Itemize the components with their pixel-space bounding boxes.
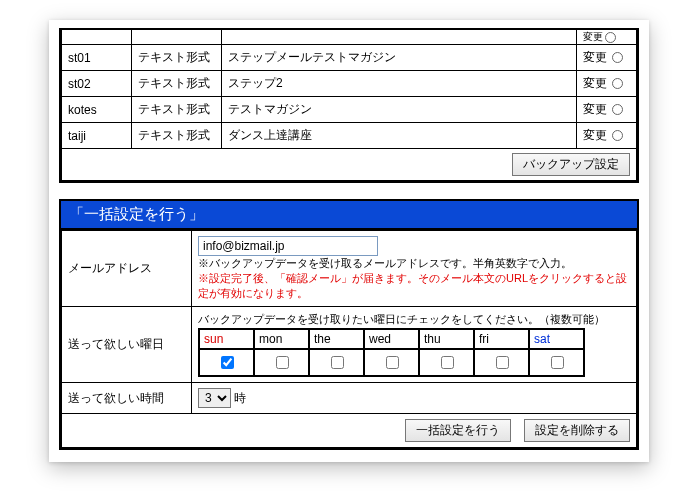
bulk-form: メールアドレス ※バックアップデータを受け取るメールアドレスです。半角英数字で入… — [61, 230, 637, 448]
table-row: 変更 — [62, 30, 637, 45]
time-unit: 時 — [234, 391, 246, 405]
cell-name: テストマガジン — [222, 97, 577, 123]
email-input[interactable] — [198, 236, 378, 256]
day-check-mon[interactable] — [276, 356, 289, 369]
radio-icon[interactable] — [605, 32, 616, 43]
time-select[interactable]: 3 — [198, 388, 231, 408]
days-table: sun mon the wed thu fri sat — [198, 328, 585, 377]
day-header-the: the — [309, 329, 364, 349]
cell-id: kotes — [62, 97, 132, 123]
time-label: 送って欲しい時間 — [62, 383, 192, 414]
day-check-thu[interactable] — [441, 356, 454, 369]
cell-name: ステップ2 — [222, 71, 577, 97]
change-label: 変更 — [583, 76, 607, 90]
table-footer: バックアップ設定 — [62, 149, 637, 181]
bulk-title: 「一括設定を行う」 — [61, 201, 637, 230]
radio-icon[interactable] — [612, 104, 623, 115]
day-check-fri[interactable] — [496, 356, 509, 369]
days-note: バックアップデータを受け取りたい曜日にチェックをしてください。（複数可能） — [198, 312, 630, 327]
main-panel: 変更 st01 テキスト形式 ステップメールテストマガジン 変更 st02 テキ… — [49, 20, 649, 462]
radio-icon[interactable] — [612, 130, 623, 141]
bulk-actions: 一括設定を行う 設定を削除する — [62, 414, 637, 448]
email-label: メールアドレス — [62, 231, 192, 307]
radio-icon[interactable] — [612, 52, 623, 63]
magazine-table-frame: 変更 st01 テキスト形式 ステップメールテストマガジン 変更 st02 テキ… — [59, 28, 639, 183]
cell-format: テキスト形式 — [132, 45, 222, 71]
day-header-mon: mon — [254, 329, 309, 349]
cell-id: taiji — [62, 123, 132, 149]
day-check-the[interactable] — [331, 356, 344, 369]
table-row: st01 テキスト形式 ステップメールテストマガジン 変更 — [62, 45, 637, 71]
cell-id: st01 — [62, 45, 132, 71]
backup-settings-button[interactable]: バックアップ設定 — [512, 153, 630, 176]
cell-format: テキスト形式 — [132, 97, 222, 123]
change-label: 変更 — [583, 31, 603, 42]
change-label: 変更 — [583, 50, 607, 64]
cell-id: st02 — [62, 71, 132, 97]
day-check-sun[interactable] — [221, 356, 234, 369]
day-header-thu: thu — [419, 329, 474, 349]
day-header-fri: fri — [474, 329, 529, 349]
bulk-delete-button[interactable]: 設定を削除する — [524, 419, 630, 442]
email-note-2: ※設定完了後、「確認メール」が届きます。そのメール本文のURLをクリックすると設… — [198, 271, 630, 301]
table-row: st02 テキスト形式 ステップ2 変更 — [62, 71, 637, 97]
radio-icon[interactable] — [612, 78, 623, 89]
change-label: 変更 — [583, 128, 607, 142]
cell-name: ステップメールテストマガジン — [222, 45, 577, 71]
bulk-submit-button[interactable]: 一括設定を行う — [405, 419, 511, 442]
magazine-table: 変更 st01 テキスト形式 ステップメールテストマガジン 変更 st02 テキ… — [61, 30, 637, 181]
day-check-sat[interactable] — [551, 356, 564, 369]
cell-name: ダンス上達講座 — [222, 123, 577, 149]
table-row: kotes テキスト形式 テストマガジン 変更 — [62, 97, 637, 123]
cell-format: テキスト形式 — [132, 71, 222, 97]
change-label: 変更 — [583, 102, 607, 116]
table-row: taiji テキスト形式 ダンス上達講座 変更 — [62, 123, 637, 149]
day-check-wed[interactable] — [386, 356, 399, 369]
day-header-sun: sun — [199, 329, 254, 349]
day-header-wed: wed — [364, 329, 419, 349]
email-note-1: ※バックアップデータを受け取るメールアドレスです。半角英数字で入力。 — [198, 256, 630, 271]
cell-format: テキスト形式 — [132, 123, 222, 149]
days-label: 送って欲しい曜日 — [62, 306, 192, 383]
day-header-sat: sat — [529, 329, 584, 349]
bulk-settings-frame: 「一括設定を行う」 メールアドレス ※バックアップデータを受け取るメールアドレス… — [59, 199, 639, 450]
